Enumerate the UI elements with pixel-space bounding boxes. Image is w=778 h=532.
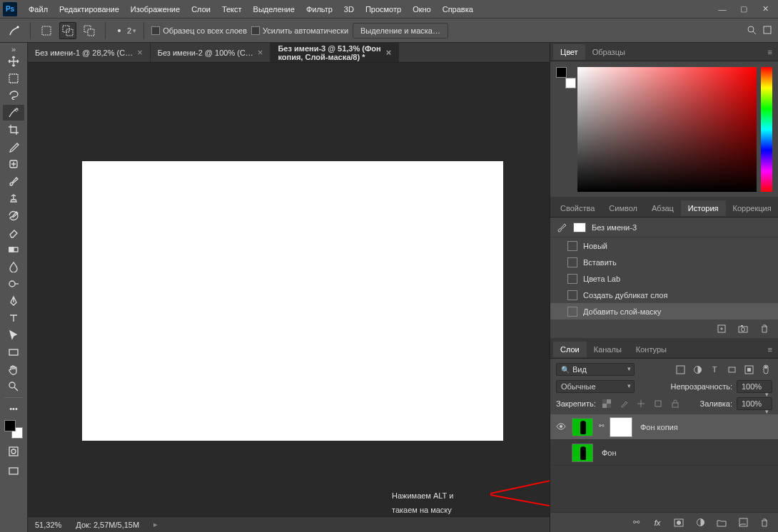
auto-enhance-checkbox[interactable]: Усилить автоматически [251,26,348,35]
pen-tool[interactable] [3,293,24,309]
filter-smart-icon[interactable] [742,363,755,376]
fx-icon[interactable]: fx [651,516,664,529]
fgbg-mini[interactable] [556,67,573,84]
gradient-tool[interactable] [3,242,24,257]
lock-all-icon[interactable] [669,397,682,410]
filter-shape-icon[interactable] [725,363,738,376]
history-item[interactable]: Цвета Lab [550,270,778,287]
menu-item[interactable]: Окно [407,2,437,16]
new-layer-icon[interactable] [737,516,749,529]
blend-mode-dropdown[interactable]: Обычные [556,380,635,393]
search-icon[interactable] [747,25,757,36]
tab-Слои[interactable]: Слои [553,342,587,357]
foreground-swatch[interactable] [4,420,16,431]
history-item[interactable]: Вставить [550,254,778,270]
menu-item[interactable]: Файл [23,2,54,16]
hand-tool[interactable] [3,362,24,377]
create-document-icon[interactable] [715,322,728,335]
group-icon[interactable] [715,516,728,529]
menu-item[interactable]: 3D [338,2,360,16]
brush-tool[interactable] [3,173,24,189]
filter-adjust-icon[interactable] [691,363,704,376]
canvas[interactable] [82,161,503,441]
toolbox-collapse[interactable]: » [3,46,24,53]
menu-item[interactable]: Слои [186,2,216,16]
fill-field[interactable]: 100% [737,397,772,410]
filter-pixel-icon[interactable] [674,363,687,376]
trash-icon[interactable] [758,322,771,335]
zoom-level[interactable]: 51,32% [35,521,61,529]
tab-Свойства[interactable]: Свойства [553,200,602,216]
screen-mode-toggle[interactable] [3,464,24,479]
edit-toolbar[interactable]: ••• [3,401,24,416]
dodge-tool[interactable] [3,276,24,292]
tab-Каналы[interactable]: Каналы [587,342,629,357]
lock-transparent-icon[interactable] [600,397,613,410]
document-tab[interactable]: Без имени-3 @ 51,3% (Фон копия, Слой-мас… [271,43,399,62]
color-swatches[interactable] [4,420,23,439]
share-icon[interactable] [762,25,772,36]
panel-menu-icon[interactable]: ≡ [765,45,775,59]
zoom-tool[interactable] [3,379,24,394]
layer-kind-dropdown[interactable]: 🔍Вид [556,363,635,376]
panel-menu-icon[interactable]: ≡ [765,342,775,357]
history-item[interactable]: Новый [550,237,778,254]
menu-item[interactable]: Фильтр [300,2,338,16]
eyedropper-tool[interactable] [3,139,24,155]
history-brush-tool[interactable] [3,208,24,223]
layer-row[interactable]: Фон [550,440,778,466]
menu-item[interactable]: Выделение [248,2,300,16]
select-and-mask-button[interactable]: Выделение и маска… [353,23,448,39]
close-tab-icon[interactable]: × [137,47,143,58]
tab-swatches[interactable]: Образцы [585,44,632,60]
rectangle-tool[interactable] [3,344,24,360]
foreground-color[interactable] [556,67,567,78]
current-tool-icon[interactable] [6,22,23,39]
hue-strip[interactable] [761,67,772,192]
menu-item[interactable]: Изображение [125,2,186,16]
opacity-field[interactable]: 100% [737,380,772,393]
layer-mask-thumbnail[interactable] [610,418,632,436]
maximize-button[interactable]: ▢ [734,3,754,16]
clone-stamp-tool[interactable] [3,190,24,206]
document-tab[interactable]: Без имени-2 @ 100% (С…× [151,43,271,62]
quick-mask-toggle[interactable] [3,444,24,459]
layer-name[interactable]: Фон копия [640,423,678,431]
link-layers-icon[interactable]: ⚯ [630,516,642,529]
document-tab[interactable]: Без имени-1 @ 28,2% (С…× [28,43,151,62]
layer-thumbnail[interactable] [572,444,593,462]
tab-Коррекция[interactable]: Коррекция [726,200,778,216]
trash-icon[interactable] [758,516,771,529]
add-mask-icon[interactable] [672,516,685,529]
close-tab-icon[interactable]: × [386,47,392,58]
brush-size-field[interactable]: 2 ▾ [113,24,136,37]
canvas-area[interactable]: Нажимаем ALT и такаем на маску [28,63,550,516]
move-tool[interactable] [3,53,24,69]
doc-size[interactable]: Док: 2,57M/5,15M [76,521,139,529]
type-tool[interactable] [3,310,24,326]
menu-item[interactable]: Текст [216,2,248,16]
tab-color[interactable]: Цвет [553,44,585,60]
menu-item[interactable]: Просмотр [360,2,407,16]
sample-all-layers-checkbox[interactable]: Образец со всех слоев [151,26,247,35]
selection-mode-subtract[interactable] [81,22,98,39]
minimize-button[interactable]: — [712,3,732,16]
blur-tool[interactable] [3,259,24,275]
lasso-tool[interactable] [3,88,24,103]
crop-tool[interactable] [3,122,24,138]
saturation-field[interactable] [577,67,757,192]
close-tab-icon[interactable]: × [258,47,263,58]
marquee-tool[interactable] [3,71,24,86]
camera-icon[interactable] [737,322,749,335]
menu-item[interactable]: Справка [437,2,479,16]
tab-Символ[interactable]: Символ [602,200,645,216]
healing-brush-tool[interactable] [3,156,24,172]
close-button[interactable]: ✕ [755,3,775,16]
history-snapshot[interactable]: Без имени-3 [550,218,778,237]
layer-name[interactable]: Фон [602,449,617,457]
mask-link-icon[interactable]: ⚯ [597,422,606,432]
path-selection-tool[interactable] [3,327,24,343]
tab-Абзац[interactable]: Абзац [645,200,681,216]
background-color[interactable] [565,78,576,88]
menu-item[interactable]: Редактирование [54,2,125,16]
